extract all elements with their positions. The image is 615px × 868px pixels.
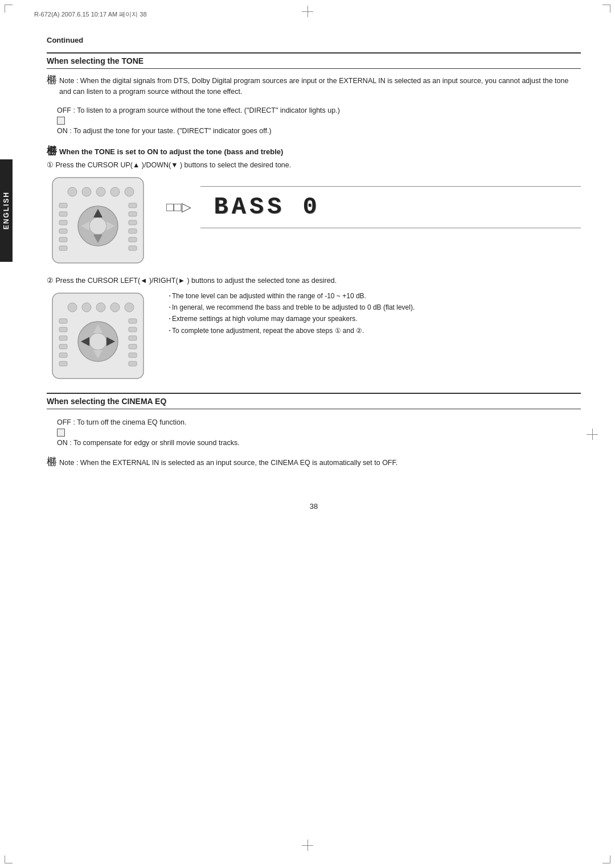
step2-text: ② Press the CURSOR LEFT(◄ )/RIGHT(► ) bu…	[47, 276, 581, 285]
svg-rect-41	[59, 361, 67, 366]
svg-rect-17	[59, 246, 67, 250]
svg-rect-15	[59, 229, 67, 233]
tone-set-icon: 橳	[47, 146, 57, 156]
tone-note-icon: 橳	[47, 75, 57, 97]
svg-point-3	[96, 187, 105, 196]
svg-rect-38	[59, 336, 67, 340]
remote-updown	[47, 175, 149, 266]
svg-rect-40	[59, 353, 67, 357]
svg-rect-36	[59, 319, 67, 323]
tone-off-label: OFF : To listen to a program source with…	[57, 104, 581, 117]
svg-point-2	[82, 187, 91, 196]
corner-bl	[5, 855, 13, 863]
svg-rect-47	[129, 361, 137, 366]
tone-set-title: When the TONE is set to ON to adjust the…	[59, 147, 283, 156]
cinema-note-text: Note : When the EXTERNAL IN is selected …	[59, 458, 397, 468]
page-number: 38	[47, 502, 581, 511]
svg-rect-37	[59, 327, 67, 332]
svg-rect-39	[59, 344, 67, 349]
cinema-section: When selecting the CINEMA EQ OFF : To tu…	[47, 393, 581, 468]
tone-off-on: OFF : To listen to a program source with…	[57, 104, 581, 138]
svg-rect-20	[129, 220, 137, 225]
svg-rect-21	[129, 229, 137, 233]
continued-label: Continued	[47, 36, 581, 44]
crosshair-right	[587, 429, 598, 440]
svg-rect-23	[129, 246, 137, 250]
svg-point-28	[110, 303, 120, 312]
display-area: □□▷ BASS 0	[166, 186, 581, 228]
bullet-list: The tone level can be adjusted within th…	[166, 290, 581, 337]
cinema-checkbox	[57, 429, 65, 437]
corner-tr	[602, 5, 610, 13]
svg-rect-16	[59, 237, 67, 242]
tone-checkbox-row	[57, 117, 581, 125]
tone-section-header: When selecting the TONE	[47, 52, 581, 69]
svg-rect-13	[59, 212, 67, 216]
crosshair-bottom	[302, 840, 313, 851]
tone-on-label: ON : To adjust the tone for your taste. …	[57, 125, 581, 138]
corner-br	[602, 855, 610, 863]
svg-point-7	[89, 217, 106, 235]
svg-rect-46	[129, 353, 137, 357]
bullet-item-3: Extreme settings at high volume may dama…	[166, 313, 581, 324]
svg-rect-18	[129, 203, 137, 208]
svg-rect-14	[59, 220, 67, 225]
crosshair-top	[302, 6, 313, 17]
remote-leftright	[47, 290, 149, 381]
cinema-checkbox-row	[57, 429, 581, 437]
cinema-section-header: When selecting the CINEMA EQ	[47, 393, 581, 409]
svg-rect-12	[59, 203, 67, 208]
cinema-on-label: ON : To compensate for edgy or shrill mo…	[57, 437, 581, 450]
bullet-item-1: The tone level can be adjusted within th…	[166, 290, 581, 302]
svg-point-31	[89, 333, 106, 350]
svg-point-27	[96, 303, 105, 312]
main-content: Continued When selecting the TONE 橳 Note…	[13, 19, 615, 545]
tone-note-text: Note : When the digital signals from DTS…	[59, 76, 581, 97]
step2-visual-row: The tone level can be adjusted within th…	[47, 290, 581, 381]
side-tab-english: ENGLISH	[0, 159, 13, 262]
svg-rect-44	[129, 336, 137, 340]
bullet-item-4: To complete tone adjustment, repeat the …	[166, 325, 581, 336]
svg-point-25	[68, 303, 77, 312]
tone-checkbox	[57, 117, 65, 125]
display-text: BASS 0	[214, 194, 321, 221]
bullet-item-2: In general, we recommend the bass and tr…	[166, 302, 581, 313]
svg-point-4	[110, 187, 120, 196]
cinema-off-label: OFF : To turn off the cinema EQ function…	[57, 416, 581, 429]
step1-visual-row: □□▷ BASS 0	[47, 175, 581, 266]
cinema-off-on: OFF : To turn off the cinema EQ function…	[57, 416, 581, 450]
svg-point-1	[68, 187, 77, 196]
corner-tl	[5, 5, 13, 13]
svg-rect-22	[129, 237, 137, 242]
svg-point-26	[82, 303, 91, 312]
svg-rect-45	[129, 344, 137, 349]
svg-point-29	[125, 303, 134, 312]
tone-note-block: 橳 Note : When the digital signals from D…	[47, 76, 581, 97]
step1-text: ① Press the CURSOR UP(▲ )/DOWN(▼ ) butto…	[47, 161, 581, 169]
arrow-right-icon: □□▷	[166, 200, 191, 215]
cinema-note-block: 橳 Note : When the EXTERNAL IN is selecte…	[47, 458, 581, 468]
display-box: BASS 0	[200, 186, 581, 228]
svg-rect-43	[129, 327, 137, 332]
tone-set-header: 橳 When the TONE is set to ON to adjust t…	[47, 146, 581, 156]
svg-rect-19	[129, 212, 137, 216]
svg-point-5	[125, 187, 134, 196]
svg-rect-42	[129, 319, 137, 323]
cinema-note-icon: 橳	[47, 456, 57, 468]
